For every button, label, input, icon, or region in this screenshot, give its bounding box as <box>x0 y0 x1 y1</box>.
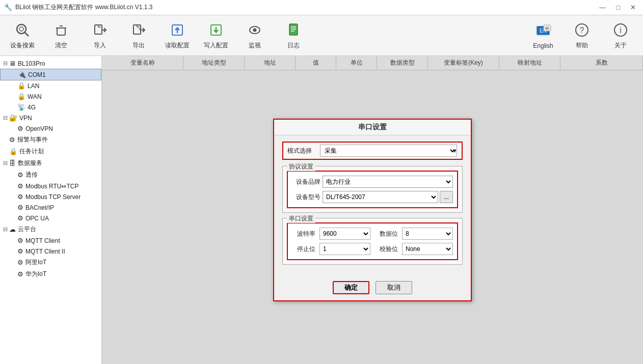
toolbar-help[interactable]: ? 帮助 <box>564 17 600 54</box>
write-config-icon <box>207 21 225 39</box>
about-icon: i <box>611 21 630 39</box>
ali-icon: ⚙ <box>17 259 23 266</box>
clear-icon <box>52 21 70 39</box>
sidebar-item-openvpn[interactable]: ⚙ OpenVPN <box>0 123 101 134</box>
toolbar-read-config[interactable]: 读取配置 <box>159 17 196 54</box>
sidebar-label-alarm: 报警与事件 <box>17 135 48 144</box>
brand-row: 设备品牌 电力行业 <box>292 176 453 188</box>
parity-select[interactable]: None <box>402 243 453 255</box>
sidebar-item-bacnet[interactable]: ⚙ BACnet/IP <box>0 202 101 213</box>
expand-icon: ⊟ <box>2 60 8 67</box>
sidebar-item-wan[interactable]: 🔒 WAN <box>0 91 101 102</box>
sidebar-label-com1: COM1 <box>28 71 46 78</box>
ok-button[interactable]: 确定 <box>333 281 369 294</box>
sidebar-item-lan[interactable]: 🔒 LAN <box>0 80 101 91</box>
toolbar-english[interactable]: EN 中 English <box>525 17 561 54</box>
databits-select[interactable]: 8 <box>402 228 453 240</box>
export-icon <box>129 21 148 39</box>
sidebar-label-openvpn: OpenVPN <box>25 125 53 132</box>
protocol-inner: 设备品牌 电力行业 设备型号 DL/T645-2007 ... <box>287 171 458 208</box>
toolbar-export[interactable]: 导出 <box>120 17 157 54</box>
toolbar-about-label: 关于 <box>614 41 627 50</box>
dialog-body: 模式选择 采集 ▼ 协议设置 设备品牌 电力行 <box>274 135 471 276</box>
sidebar-item-task[interactable]: 🔒 任务计划 <box>0 146 101 157</box>
dialog-title: 串口设置 <box>274 120 471 135</box>
sidebar-item-bl103pro[interactable]: ⊟ 🖥 BL103Pro <box>0 58 101 69</box>
sidebar-label-bacnet: BACnet/IP <box>25 204 54 211</box>
toolbar-right-items: EN 中 English ? 帮助 i 关于 <box>525 17 639 54</box>
toolbar-monitor[interactable]: 监视 <box>236 17 273 54</box>
toolbar-monitor-label: 监视 <box>249 41 261 50</box>
sidebar-label-modbus-rtu: Modbus RTU⇔TCP <box>25 183 78 190</box>
sidebar-item-dataservice[interactable]: ⊟ 🗄 数据服务 <box>0 157 101 169</box>
databits-label: 数据位 <box>374 230 398 238</box>
4g-icon: 📡 <box>17 103 25 111</box>
mqtt2-icon: ⚙ <box>17 247 23 255</box>
modbus-tcp-icon: ⚙ <box>17 193 23 201</box>
cloud-icon: ☁ <box>9 226 16 233</box>
sidebar-item-modbus-rtu-tcp[interactable]: ⚙ Modbus RTU⇔TCP <box>0 181 101 191</box>
minimize-button[interactable]: — <box>596 3 609 12</box>
svg-rect-3 <box>57 28 65 35</box>
mode-label: 模式选择 <box>287 147 312 155</box>
titlebar: 🔧 BLiiot 钢铁工业网关配置软件 www.BLiiot.cn V1.1.3… <box>0 0 643 15</box>
model-label: 设备型号 <box>292 193 320 202</box>
toolbar-device-search[interactable]: 设备搜索 <box>4 17 41 54</box>
protocol-section: 协议设置 设备品牌 电力行业 设备型号 DL/ <box>282 166 463 213</box>
sidebar-item-com1[interactable]: 🔌 COM1 <box>0 69 101 80</box>
model-select[interactable]: DL/T645-2007 <box>323 191 438 203</box>
sidebar-item-opc-ua[interactable]: ⚙ OPC UA <box>0 213 101 223</box>
dataservice-icon: 🗄 <box>9 159 16 167</box>
model-browse-button[interactable]: ... <box>440 191 453 203</box>
device-icon: 🖥 <box>9 60 16 67</box>
cancel-button[interactable]: 取消 <box>376 281 412 294</box>
sidebar-item-aliiot[interactable]: ⚙ 阿里IoT <box>0 257 101 268</box>
opc-icon: ⚙ <box>17 214 23 222</box>
toolbar-write-config[interactable]: 写入配置 <box>198 17 234 54</box>
sidebar-label-wan: WAN <box>28 93 42 100</box>
lan-icon: 🔒 <box>17 82 25 90</box>
sidebar-item-huaweiiot[interactable]: ⚙ 华为IoT <box>0 268 101 280</box>
dialog-overlay: 串口设置 模式选择 采集 ▼ 协议设置 <box>102 56 643 364</box>
sidebar-label-dataservice: 数据服务 <box>18 159 42 167</box>
vpn-icon: 🔐 <box>9 114 17 122</box>
dialog-footer: 确定 取消 <box>274 276 471 300</box>
sidebar-label-modbus-tcp: Modbus TCP Server <box>25 193 81 201</box>
mqtt-icon: ⚙ <box>17 237 23 244</box>
stopbits-select[interactable]: 1 <box>319 243 370 255</box>
expand-dataservice-icon: ⊟ <box>2 160 8 166</box>
com-icon: 🔌 <box>18 71 26 78</box>
sidebar-item-transparent[interactable]: ⚙ 透传 <box>0 169 101 181</box>
sidebar-item-vpn[interactable]: ⊟ 🔐 VPN <box>0 113 101 123</box>
expand-vpn-icon: ⊟ <box>2 115 8 121</box>
toolbar-search-label: 设备搜索 <box>10 41 35 50</box>
brand-label: 设备品牌 <box>292 178 320 186</box>
toolbar-import[interactable]: 导入 <box>82 17 118 54</box>
openvpn-icon: ⚙ <box>17 125 23 132</box>
baud-select[interactable]: 9600 <box>319 228 370 240</box>
sidebar-item-alarm[interactable]: ⚙ 报警与事件 <box>0 134 101 146</box>
toolbar-clear-label: 清空 <box>55 41 67 50</box>
sidebar-label-task: 任务计划 <box>19 147 44 156</box>
sidebar-item-mqtt-client[interactable]: ⚙ MQTT Client <box>0 235 101 246</box>
expand-cloud-icon: ⊟ <box>2 226 8 233</box>
sidebar-item-4g[interactable]: 📡 4G <box>0 102 101 113</box>
sidebar-label-mqtt: MQTT Client <box>25 237 60 244</box>
toolbar-clear[interactable]: 清空 <box>43 17 79 54</box>
sidebar-item-mqtt-client-ii[interactable]: ⚙ MQTT Client II <box>0 246 101 257</box>
svg-point-1 <box>19 27 23 31</box>
toolbar-english-label: English <box>533 42 553 49</box>
close-button[interactable]: ✕ <box>627 3 639 12</box>
brand-select[interactable]: 电力行业 <box>323 176 453 188</box>
sidebar-label-transparent: 透传 <box>25 171 38 179</box>
sidebar-label-4g: 4G <box>28 104 36 111</box>
mode-select[interactable]: 采集 <box>320 145 457 157</box>
sidebar-label-mqtt2: MQTT Client II <box>25 248 65 255</box>
sidebar-item-modbus-tcp-server[interactable]: ⚙ Modbus TCP Server <box>0 191 101 202</box>
maximize-button[interactable]: □ <box>613 3 623 12</box>
huawei-icon: ⚙ <box>17 270 23 278</box>
content-area: 变量名称 地址类型 地址 值 单位 数据类型 变量标签(Key) 映射地址 系数… <box>102 56 643 364</box>
toolbar-about[interactable]: i 关于 <box>602 17 639 54</box>
toolbar-log[interactable]: 日志 <box>275 17 312 54</box>
sidebar-item-cloudplatform[interactable]: ⊟ ☁ 云平台 <box>0 223 101 235</box>
